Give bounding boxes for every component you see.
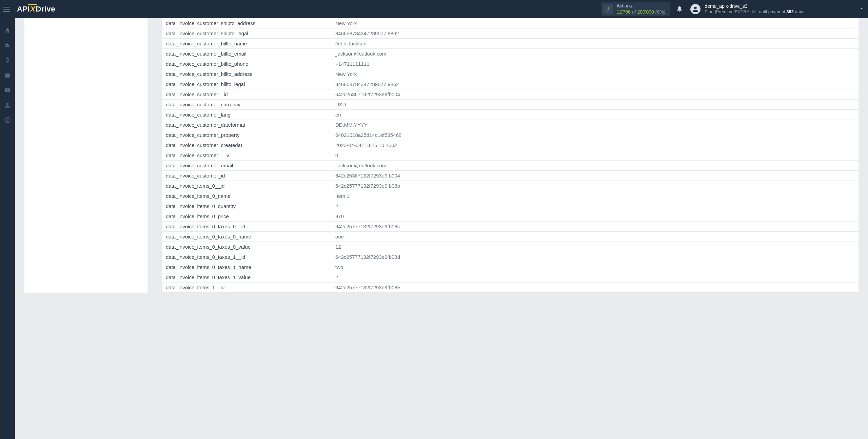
- user-menu[interactable]: demo_apix-drive_s3 Plan |Premium EXTRA| …: [690, 3, 865, 15]
- logo-x: X: [30, 5, 35, 14]
- data-key: data_invoice_items_0_taxes_1__id: [166, 253, 335, 260]
- data-key: data_invoice_customer_billto_address: [166, 70, 335, 78]
- table-row: data_invoice_customer_property64021618a2…: [162, 130, 859, 140]
- data-value: 642c25777132f7293e9fb08c: [335, 223, 855, 230]
- data-key: data_invoice_customer_lang: [166, 111, 335, 118]
- table-row: data_invoice_customer_createdat2023-04-0…: [162, 140, 859, 150]
- data-key: data_invoice_customer_billto_legal: [166, 81, 335, 88]
- data-value: en: [335, 111, 855, 118]
- table-row: data_invoice_customer_billto_phone+14711…: [162, 59, 859, 69]
- data-value: 642c25777132f7293e9fb08b: [335, 182, 855, 189]
- data-key: data_invoice_customer_dateformat: [166, 121, 335, 128]
- table-row: data_invoice_items_0_nameItem 1: [162, 191, 859, 201]
- briefcase-icon[interactable]: [4, 71, 11, 79]
- data-value: jjackson@outlook.com: [335, 50, 855, 57]
- data-value: 642c25367132f7293e9fb004: [335, 172, 855, 179]
- svg-point-1: [6, 103, 9, 105]
- data-value: 2: [335, 203, 855, 210]
- table-row: data_invoice_items_0_taxes_0_nameone: [162, 232, 859, 242]
- data-value: 642c25777132f7293e9fb08e: [335, 284, 855, 291]
- data-value: one: [335, 233, 855, 240]
- table-row: data_invoice_items_0_taxes_1__id642c2577…: [162, 252, 859, 262]
- data-value: 12: [335, 243, 855, 250]
- table-row: data_invoice_items_0_taxes_0_value12: [162, 242, 859, 252]
- data-key: data_invoice_customer_createdat: [166, 142, 335, 149]
- chevron-down-icon: [859, 5, 865, 13]
- table-row: data_invoice_items_0_quantity2: [162, 201, 859, 211]
- data-key: data_invoice_customer_email: [166, 162, 335, 169]
- data-value: New York: [335, 70, 855, 78]
- table-row: data_invoice_customer_billto_legal346658…: [162, 79, 859, 89]
- table-row: data_invoice_customer_shipto_addressNew …: [162, 18, 859, 28]
- data-value: two: [335, 264, 855, 271]
- table-row: data_invoice_customer_currencyUSD: [162, 100, 859, 110]
- table-row: data_invoice_customer_langen: [162, 110, 859, 120]
- actions-of: of: [631, 9, 637, 15]
- actions-total: 200'000: [637, 9, 654, 15]
- actions-count: 12'756: [616, 9, 631, 15]
- topbar: APIXDrive i Actions: 12'756 of 200'000 (…: [0, 0, 868, 18]
- sitemap-icon[interactable]: [4, 42, 11, 49]
- dollar-icon[interactable]: [4, 57, 11, 64]
- data-key: data_invoice_items_0_taxes_0__id: [166, 223, 335, 230]
- data-key: data_invoice_customer_shipto_legal: [166, 30, 335, 37]
- data-value: DD.MM.YYYY: [335, 121, 855, 128]
- data-key: data_invoice_customer_billto_name: [166, 40, 335, 47]
- data-key: data_invoice_customer__id: [166, 91, 335, 98]
- menu-toggle-button[interactable]: [3, 4, 13, 14]
- logo-drive: Drive: [36, 5, 55, 14]
- data-value: USD: [335, 101, 855, 108]
- data-value: 870: [335, 213, 855, 220]
- data-value: 346658784347289077 9862: [335, 30, 855, 37]
- data-key: data_invoice_customer___v: [166, 152, 335, 159]
- data-key: data_invoice_items_0_taxes_1_value: [166, 274, 335, 281]
- data-value: 2023-04-04T13:25:10.150Z: [335, 142, 855, 149]
- data-key: data_invoice_items_0_name: [166, 192, 335, 200]
- home-icon[interactable]: [4, 27, 11, 34]
- table-row: data_invoice_customer_id642c25367132f729…: [162, 171, 859, 181]
- help-icon[interactable]: [4, 116, 11, 124]
- table-row: data_invoice_customer_billto_nameJohn Ja…: [162, 39, 859, 49]
- table-row: data_invoice_customer_billto_emailjjacks…: [162, 49, 859, 59]
- actions-text: Actions: 12'756 of 200'000 (6%): [616, 3, 665, 15]
- right-panel: data_invoice_customer_shipto_addressNew …: [162, 18, 859, 293]
- table-row: data_invoice_items_0_taxes_1_value2: [162, 272, 859, 283]
- data-value: John Jackson: [335, 40, 855, 47]
- youtube-icon[interactable]: [4, 86, 11, 94]
- data-key: data_invoice_customer_shipto_address: [166, 20, 335, 27]
- notifications-icon[interactable]: [676, 6, 683, 13]
- sidebar: [0, 18, 15, 439]
- actions-pct: (6%): [654, 9, 665, 15]
- table-row: data_invoice_items_0_taxes_1_nametwo: [162, 262, 859, 272]
- data-value: jjackson@outlook.com: [335, 162, 855, 169]
- actions-box[interactable]: i Actions: 12'756 of 200'000 (6%): [601, 2, 670, 16]
- data-key: data_invoice_items_0_price: [166, 213, 335, 220]
- table-row: data_invoice_items_1__id642c25777132f729…: [162, 283, 859, 293]
- data-value: Item 1: [335, 192, 855, 200]
- data-key: data_invoice_items_0_taxes_0_name: [166, 233, 335, 240]
- logo[interactable]: APIXDrive: [17, 5, 55, 14]
- user-icon[interactable]: [4, 101, 11, 109]
- actions-label: Actions:: [616, 3, 665, 9]
- avatar-icon: [690, 4, 701, 14]
- plan-line: Plan |Premium EXTRA| left until payment …: [705, 9, 804, 15]
- username: demo_apix-drive_s3: [705, 3, 804, 9]
- table-row: data_invoice_customer_billto_addressNew …: [162, 69, 859, 79]
- data-value: 2: [335, 274, 855, 281]
- info-icon: i: [603, 4, 613, 14]
- data-key: data_invoice_customer_billto_email: [166, 50, 335, 57]
- table-row: data_invoice_items_0__id642c25777132f729…: [162, 181, 859, 191]
- svg-point-3: [7, 121, 8, 122]
- data-key: data_invoice_customer_billto_phone: [166, 60, 335, 67]
- table-row: data_invoice_customer_shipto_legal346658…: [162, 28, 859, 39]
- svg-point-0: [694, 6, 697, 9]
- data-value: 642c25367132f7293e9fb004: [335, 91, 855, 98]
- logo-api: API: [17, 5, 30, 14]
- data-value: +14711111111: [335, 60, 855, 67]
- main-area: data_invoice_customer_shipto_addressNew …: [15, 18, 868, 439]
- table-row: data_invoice_customer__id642c25367132f72…: [162, 89, 859, 100]
- data-value: 346658784347289077 9862: [335, 81, 855, 88]
- data-table: data_invoice_customer_shipto_addressNew …: [162, 18, 859, 293]
- data-key: data_invoice_items_0_taxes_1_name: [166, 264, 335, 271]
- data-value: 64021618a25d14c1ef535468: [335, 131, 855, 139]
